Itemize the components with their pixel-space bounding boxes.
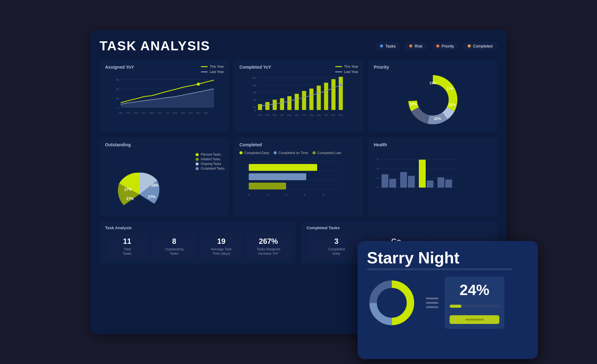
svg-text:Sep: Sep (181, 111, 185, 114)
outstanding-title: Outstanding (105, 142, 223, 147)
outstanding-legend: Planned Tasks Initiated Tasks Ongoing Ta… (196, 153, 224, 170)
svg-text:Mar: Mar (273, 114, 277, 116)
svg-text:2: 2 (377, 186, 378, 189)
ol-completed: Completed Tasks (196, 167, 224, 170)
stat-tasks-increase-label: Tasks AssignedIncrease YoY (250, 247, 288, 256)
priority-donut-chart: 11% 11% 22% 22% 33% (405, 72, 461, 128)
ol-initiated: Initiated Tasks (196, 157, 224, 161)
risk-dot (409, 44, 412, 48)
cl-ontime-dot (274, 151, 277, 154)
svg-rect-96 (408, 176, 415, 188)
stat-avg-task-time-label: Average TaskTime (days) (202, 247, 240, 256)
task-analysis-stats-title: Task Analysis (105, 225, 290, 230)
svg-text:6: 6 (322, 193, 324, 196)
health-title: Health (374, 142, 492, 147)
svg-text:5: 5 (304, 193, 305, 196)
assigned-yoy-card: Assigned YoY This Year Last Year 60 (100, 60, 229, 132)
ol-initiated-dot (196, 158, 199, 161)
svg-rect-43 (331, 79, 336, 110)
svg-text:0: 0 (118, 106, 119, 109)
svg-text:May: May (287, 114, 292, 116)
svg-text:Oct: Oct (189, 111, 193, 114)
svg-rect-98 (427, 180, 433, 188)
pill-completed[interactable]: Completed (463, 42, 497, 50)
main-dashboard: TASK ANALYSIS Tasks Risk Priority Comple… (90, 30, 507, 334)
svg-text:11%: 11% (447, 87, 453, 90)
starry-button-line (465, 319, 484, 321)
svg-rect-77 (249, 164, 317, 171)
starry-content: 24% (367, 276, 529, 329)
pill-tasks[interactable]: Tasks (375, 42, 400, 50)
svg-text:Jul: Jul (303, 114, 306, 116)
svg-rect-40 (309, 89, 313, 110)
svg-rect-41 (317, 86, 321, 110)
starry-button[interactable] (450, 315, 499, 324)
svg-text:Dec: Dec (204, 111, 208, 114)
health-card: Health 8 6 4 2 (368, 137, 497, 216)
completed-yoy-chart: 100 80 60 40 20 0 (239, 73, 358, 126)
ol-ongoing-label: Ongoing Tasks (201, 162, 221, 166)
starry-icons (426, 298, 438, 308)
last-year-line (201, 71, 208, 72)
completed-bar-title: Completed (239, 142, 358, 147)
stat-avg-task-time-value: 19 (202, 237, 240, 246)
svg-text:40: 40 (253, 98, 256, 102)
svg-text:27%: 27% (126, 197, 134, 201)
svg-text:Dec: Dec (339, 114, 343, 116)
stat-total-tasks-value: 11 (108, 237, 146, 246)
svg-rect-78 (249, 173, 306, 180)
stat-completed-early-value: 3 (310, 237, 363, 246)
svg-text:22%: 22% (449, 103, 456, 107)
starry-night-card[interactable]: Starry Night 24% (358, 241, 538, 359)
starry-percent: 24% (460, 281, 489, 298)
svg-rect-93 (382, 174, 388, 188)
bottom-charts-row: Outstanding Planned Tasks Initiated Task… (100, 137, 497, 216)
svg-text:Sep: Sep (317, 114, 321, 116)
completed-yoy-legend: This Year Last Year (335, 65, 358, 74)
svg-text:4: 4 (377, 176, 378, 180)
svg-text:Nov: Nov (331, 114, 336, 116)
completed-bars-svg: 2 3 4 5 6 (239, 158, 345, 208)
svg-rect-39 (302, 91, 306, 110)
svg-text:Jun: Jun (158, 111, 162, 114)
cl-late-label: Completed Late (317, 151, 341, 155)
cl-early: Completed Early (239, 151, 269, 155)
svg-text:Aug: Aug (309, 114, 313, 116)
starry-donut-svg (367, 278, 417, 328)
svg-rect-42 (324, 83, 328, 110)
ol-completed-label: Completed Tasks (201, 167, 224, 170)
last-year-label: Last Year (210, 70, 224, 74)
task-analysis-stats-card: Task Analysis 11 TotalTasks 8 Outstandin… (100, 221, 296, 264)
svg-rect-36 (280, 98, 284, 110)
stat-tasks-increase-value: 267% (250, 237, 288, 246)
svg-text:3: 3 (266, 193, 268, 196)
cl-late: Completed Late (312, 151, 341, 155)
svg-rect-79 (249, 183, 286, 189)
pill-tasks-label: Tasks (385, 44, 396, 48)
icon-line-2 (426, 302, 438, 304)
page-title: TASK ANALYSIS (100, 39, 210, 53)
svg-rect-94 (389, 179, 396, 188)
starry-progress-fill (450, 305, 461, 308)
outstanding-chart: 27% 27% 18% 27% (105, 151, 174, 210)
svg-rect-38 (295, 94, 299, 110)
svg-point-45 (339, 84, 342, 86)
pill-priority[interactable]: Priority (431, 42, 459, 50)
cy-this-year-line (335, 66, 342, 67)
svg-text:20: 20 (116, 97, 119, 100)
stat-completed-early-label: CompletedEarly (310, 247, 363, 256)
ol-initiated-label: Initiated Tasks (201, 157, 220, 161)
svg-text:Oct: Oct (324, 114, 328, 116)
svg-text:Feb: Feb (126, 111, 131, 114)
svg-text:Jul: Jul (166, 111, 169, 114)
pill-risk[interactable]: Risk (404, 42, 427, 50)
svg-rect-97 (419, 160, 426, 188)
svg-text:Nov: Nov (196, 111, 201, 114)
outstanding-card: Outstanding Planned Tasks Initiated Task… (100, 137, 229, 216)
starry-night-title: Starry Night (367, 250, 529, 266)
svg-text:27%: 27% (148, 195, 155, 199)
stat-outstanding-tasks-label: OutstandingTasks (155, 247, 193, 256)
svg-rect-100 (445, 180, 452, 188)
stat-total-tasks-label: TotalTasks (108, 247, 146, 256)
ol-completed-dot (196, 167, 199, 170)
